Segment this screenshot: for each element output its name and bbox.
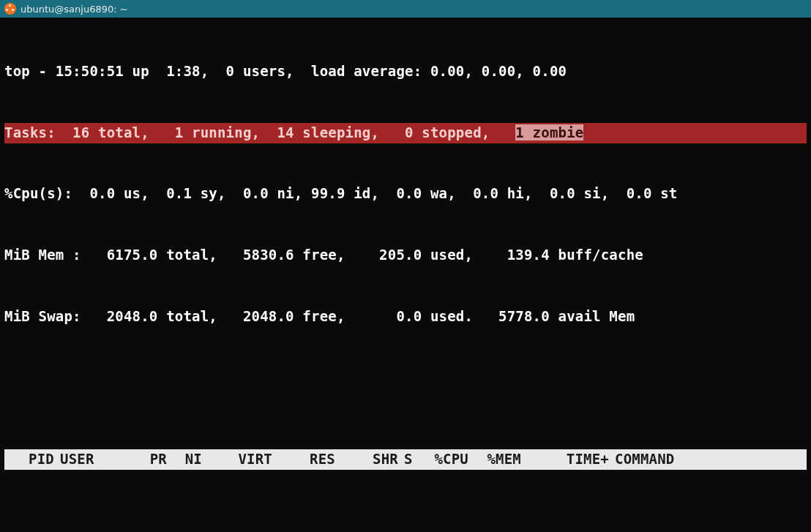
- col-virt: VIRT: [202, 449, 272, 470]
- col-res: RES: [272, 449, 335, 470]
- col-cmd: COMMAND: [609, 449, 807, 470]
- blank-line: [4, 368, 807, 389]
- col-time: TIME+: [521, 449, 609, 470]
- process-table-header: PID USER PR NI VIRT RES SHR S %CPU %MEM …: [4, 449, 807, 470]
- col-pr: PR: [123, 449, 167, 470]
- col-s: S: [398, 449, 416, 470]
- top-summary-cpu: %Cpu(s): 0.0 us, 0.1 sy, 0.0 ni, 99.9 id…: [4, 184, 807, 204]
- top-summary-tasks: Tasks: 16 total, 1 running, 14 sleeping,…: [4, 123, 807, 143]
- col-shr: SHR: [335, 449, 398, 470]
- ubuntu-logo-icon: [4, 3, 16, 15]
- col-user: USER: [54, 449, 123, 470]
- tasks-zombie-highlight: 1 zombie: [515, 124, 583, 141]
- window-title: ubuntu@sanju6890: ~: [20, 4, 128, 15]
- col-pid: PID: [4, 449, 54, 470]
- col-mem: %MEM: [468, 449, 521, 470]
- top-summary-uptime: top - 15:50:51 up 1:38, 0 users, load av…: [4, 61, 807, 82]
- top-summary-mem: MiB Mem : 6175.0 total, 5830.6 free, 205…: [4, 245, 807, 266]
- col-ni: NI: [167, 449, 202, 470]
- window-titlebar[interactable]: ubuntu@sanju6890: ~: [0, 0, 811, 18]
- terminal-output[interactable]: top - 15:50:51 up 1:38, 0 users, load av…: [0, 18, 811, 532]
- col-cpu: %CPU: [416, 449, 468, 470]
- top-summary-swap: MiB Swap: 2048.0 total, 2048.0 free, 0.0…: [4, 307, 807, 327]
- tasks-counts: Tasks: 16 total, 1 running, 14 sleeping,…: [4, 124, 515, 141]
